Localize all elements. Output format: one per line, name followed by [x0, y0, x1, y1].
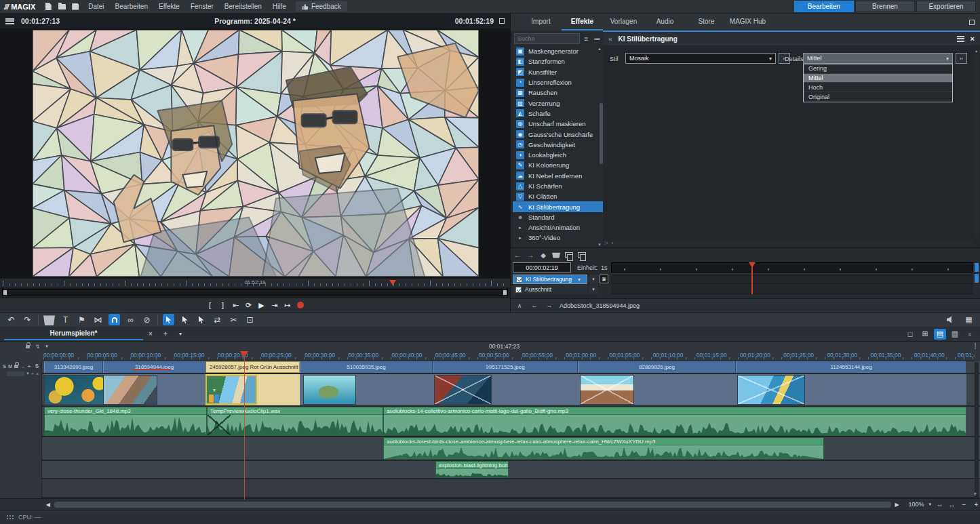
track-name-field[interactable] — [7, 371, 24, 376]
effect-item[interactable]: ∿ KI Stilübertragung — [513, 201, 603, 211]
paste-keyframe-icon[interactable] — [578, 252, 586, 258]
track-size-icon[interactable]: ↔ — [20, 363, 26, 369]
dropdown-option[interactable]: Hoch — [804, 83, 952, 92]
mode-exportieren-button[interactable]: Exportieren — [916, 1, 976, 12]
dropdown-option[interactable]: Original — [804, 92, 952, 102]
preview-render-icon[interactable]: ↯ — [35, 343, 40, 350]
next-clip-icon[interactable]: → — [545, 302, 554, 309]
swap-icon[interactable]: ⇄ — [212, 314, 223, 325]
monitor-playhead-icon[interactable] — [389, 280, 396, 289]
keyframe-timecode[interactable]: 00:00:02:19 — [513, 262, 571, 273]
panel-window-icon[interactable] — [969, 20, 975, 25]
jump-end-icon[interactable]: ↦ — [284, 302, 291, 309]
video-clip-name-bar[interactable]: 82889826.jpeg — [578, 361, 736, 373]
fullscreen-icon[interactable] — [499, 18, 505, 24]
zoom-in-icon[interactable]: + — [973, 501, 980, 508]
prev-keyframe-icon[interactable]: ← — [513, 251, 522, 259]
effect-item[interactable]: ◔ Linsenreflexion — [513, 77, 603, 87]
row-expand-icon[interactable]: ▾ — [589, 285, 598, 294]
audio-monitor-icon[interactable] — [945, 314, 956, 325]
detail-hscrollbar[interactable]: ‹› — [604, 240, 973, 246]
group-icon[interactable]: ⋈ — [92, 314, 104, 325]
next-keyframe-icon[interactable]: → — [526, 251, 534, 259]
details-reset-button[interactable]: ›‹ — [956, 53, 967, 64]
effect-item[interactable]: ▣ Maskengenerator — [513, 46, 603, 56]
timeline-ruler[interactable]: 00:00:00:0000:00:05:0000:00:10:0000:00:1… — [42, 350, 975, 361]
tab-import[interactable]: Import — [520, 14, 562, 31]
prev-clip-icon[interactable]: ← — [530, 302, 539, 309]
audio-clip[interactable]: very-close-thunder_Gkl_184d.mp3 — [44, 407, 207, 436]
open-project-icon[interactable] — [56, 2, 67, 12]
video-clip-name-bar[interactable]: 313342890.jpeg — [44, 361, 103, 373]
effect-item[interactable]: ◑ Lookabgleich — [513, 150, 603, 160]
audio-clip[interactable]: audioblocks-14-collettivo-armonico-carlo… — [383, 407, 966, 436]
ausschnitt-enabled-checkbox[interactable] — [515, 287, 522, 293]
tab-effekte[interactable]: Effekte — [562, 14, 603, 31]
snapshot-icon[interactable]: ⊡ — [244, 314, 256, 325]
menu-item[interactable]: Effekte — [153, 1, 185, 12]
effect-enabled-checkbox[interactable] — [516, 277, 522, 283]
mouse-mode-all-icon[interactable] — [179, 314, 191, 325]
play-range-icon[interactable]: ⇥ — [271, 302, 278, 309]
keyframe-lane-2[interactable] — [611, 285, 973, 294]
redo-icon[interactable]: ↷ — [22, 314, 33, 325]
audio-clip[interactable]: audioblocks-forest-birds-close-ambience-… — [383, 437, 824, 460]
video-clip-name-bar[interactable]: 995171525.jpeg — [433, 361, 578, 373]
effect-item[interactable]: ● Standard — [513, 212, 603, 222]
track-lock-icon[interactable] — [14, 365, 18, 368]
video-clip-thumbnail[interactable] — [303, 375, 356, 405]
menu-item[interactable]: Fenster — [185, 1, 219, 12]
video-clip-name-bar[interactable]: 318594944.jpeg — [103, 361, 205, 373]
new-project-icon[interactable] — [43, 2, 54, 12]
monitor-ruler[interactable]: 01:52:19 — [0, 278, 510, 287]
keyframe-row-effect[interactable]: KI Stilübertragung — [513, 275, 587, 284]
zoom-range-icon[interactable]: ↔ — [948, 501, 956, 508]
unlink-icon[interactable]: ⊘ — [141, 314, 153, 325]
effect-item[interactable]: ◩ Kunstfilter — [513, 67, 603, 77]
audio-clip[interactable]: explosion-blast-lightning-bolt... — [435, 461, 509, 478]
sort-icon[interactable]: ≡ — [582, 35, 591, 43]
zoom-level[interactable]: 100% — [908, 501, 924, 508]
play-icon[interactable]: ▶ — [258, 302, 265, 309]
tab-audio[interactable]: Audio — [644, 14, 686, 31]
keyframe-row-ausschnitt[interactable]: Ausschnitt — [513, 285, 587, 294]
audio-clip[interactable]: TempPreviewAudioClip1.wav — [207, 407, 383, 436]
video-clip-thumbnail[interactable] — [103, 375, 157, 405]
view-timeline-icon[interactable]: ▤ — [934, 329, 946, 340]
row-expand-icon[interactable]: ▾ — [589, 275, 598, 284]
collapse-up-icon[interactable]: ∧ — [515, 302, 524, 309]
details-select[interactable]: Mittel — [803, 53, 953, 64]
loop-icon[interactable]: ⟳ — [246, 302, 252, 309]
mixer-icon[interactable]: ▦ — [963, 314, 975, 325]
stil-select[interactable]: Mosaik — [625, 53, 776, 64]
separator[interactable] — [38, 315, 39, 325]
effect-item[interactable]: ▸ 360°-Video — [513, 233, 603, 243]
effects-search-input[interactable] — [514, 33, 580, 44]
save-project-icon[interactable] — [70, 2, 81, 12]
tab-list-icon[interactable]: ▾ — [173, 331, 188, 337]
add-track-icon[interactable]: + — [972, 491, 979, 498]
filter-icon[interactable]: ≔ — [593, 35, 602, 43]
row-monitor-toggle-icon[interactable]: ▣ — [600, 275, 608, 283]
effect-item[interactable]: ◷ Geschwindigkeit — [513, 140, 603, 150]
effect-item[interactable]: ◍ Unscharf maskieren — [513, 119, 603, 129]
effect-item[interactable]: ▸ Ansicht/Animation — [513, 222, 603, 233]
keyframe-vscroll-thumb[interactable] — [975, 263, 979, 272]
tab-vorlagen[interactable]: Vorlagen — [603, 14, 644, 31]
detail-vscrollbar[interactable] — [975, 48, 979, 237]
mode-bearbeiten-button[interactable]: Bearbeiten — [794, 1, 854, 12]
delete-icon[interactable] — [43, 314, 55, 325]
video-clip-thumbnail[interactable] — [737, 375, 805, 405]
scroll-left-icon[interactable]: ◀ — [43, 502, 53, 508]
mouse-mode-single-icon[interactable] — [163, 314, 174, 325]
keyframe-lane-1[interactable] — [611, 275, 973, 284]
tab-store[interactable]: Store — [686, 14, 727, 31]
video-clip-thumbnail[interactable] — [434, 375, 492, 405]
scroll-thumb[interactable] — [54, 502, 891, 508]
view-monitor-icon[interactable]: □ — [904, 329, 916, 340]
keyframe-playhead-icon[interactable] — [749, 262, 756, 271]
track-dd-icon[interactable]: ▾ — [26, 371, 29, 376]
razor-icon[interactable]: ✂ — [228, 314, 239, 325]
track-add-icon[interactable]: + — [28, 363, 31, 369]
delete-keyframe-icon[interactable] — [552, 252, 560, 258]
